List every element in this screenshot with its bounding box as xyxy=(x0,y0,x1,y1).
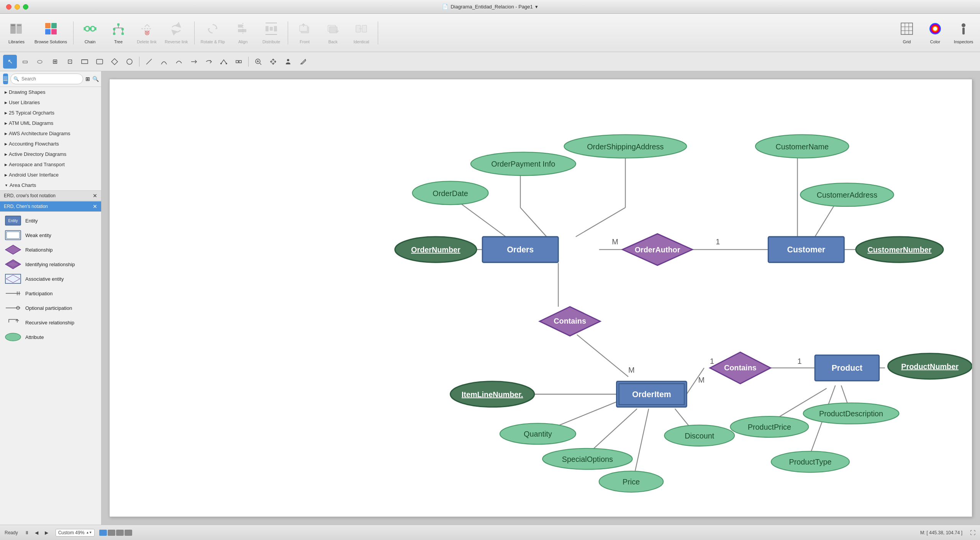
grid-button[interactable]: Grid xyxy=(893,19,920,46)
sidebar-item-25-orgcharts[interactable]: ▶ 25 Typical Orgcharts xyxy=(0,108,101,118)
search-view-button[interactable]: 🔍 xyxy=(92,74,99,84)
delete-link-button[interactable]: Delete link xyxy=(133,19,160,46)
page-btn-2[interactable] xyxy=(108,530,115,536)
ordershippingaddress-attr[interactable]: OrderShippingAddress xyxy=(564,135,687,158)
page-btn-3[interactable] xyxy=(116,530,124,536)
color-button[interactable]: Color xyxy=(922,19,949,46)
specialoptions-attr[interactable]: SpecialOptions xyxy=(542,448,632,470)
maximize-button[interactable] xyxy=(23,4,28,10)
person-tool[interactable] xyxy=(281,55,295,69)
orders-entity[interactable]: Orders xyxy=(482,237,558,262)
productnumber-attr[interactable]: ProductNumber xyxy=(888,353,972,379)
arc-tool[interactable] xyxy=(172,55,186,69)
table-tool[interactable]: ⊞ xyxy=(48,55,62,69)
customername-attr[interactable]: CustomerName xyxy=(755,135,849,158)
assoc-entity-shape-item[interactable]: Associative entity xyxy=(0,272,101,286)
sidebar-item-user-libraries[interactable]: ▶ User Libraries xyxy=(0,97,101,108)
sidebar-item-aerospace[interactable]: ▶ Aerospace and Transport xyxy=(0,159,101,170)
sidebar-item-area-charts[interactable]: ▼ Area Charts xyxy=(0,180,101,190)
rotate-flip-button[interactable]: Rotate & Flip xyxy=(198,19,228,46)
participation-shape-item[interactable]: Participation xyxy=(0,286,101,301)
orderdate-attr[interactable]: OrderDate xyxy=(413,181,488,205)
arrow-tool-1[interactable] xyxy=(187,55,201,69)
erd-chens-header[interactable]: ERD, Chen's notation ✕ xyxy=(0,201,101,212)
sidebar-item-accounting[interactable]: ▶ Accounting Flowcharts xyxy=(0,139,101,149)
front-button[interactable]: Front xyxy=(291,19,318,46)
quantity-attr[interactable]: Quantity xyxy=(500,423,576,444)
optional-part-shape-item[interactable]: Optional participation xyxy=(0,301,101,315)
sidebar-item-active-directory[interactable]: ▶ Active Directory Diagrams xyxy=(0,149,101,159)
prev-page-button[interactable]: ◀ xyxy=(33,529,41,537)
discount-attr[interactable]: Discount xyxy=(664,425,734,446)
orderpaymentinfo-attr[interactable]: OrderPayment Info xyxy=(471,152,576,175)
sidebar-item-aws-arch[interactable]: ▶ AWS Architecture Diagrams xyxy=(0,128,101,139)
identifying-rel-shape-item[interactable]: Identifying relationship xyxy=(0,257,101,272)
pan-tool[interactable] xyxy=(266,55,280,69)
distribute-button[interactable]: Distribute xyxy=(258,19,285,46)
fullscreen-button[interactable]: ⛶ xyxy=(970,530,975,536)
erd-crows-foot-header[interactable]: ERD, crow's foot notation ✕ xyxy=(0,190,101,201)
ordernumber-attr[interactable]: OrderNumber xyxy=(395,237,477,262)
inspectors-button[interactable]: Inspectors xyxy=(950,19,977,46)
sidebar-item-android-ui[interactable]: ▶ Android User Interface xyxy=(0,170,101,180)
reverse-link-button[interactable]: Reverse link xyxy=(162,19,191,46)
producttype-attr[interactable]: ProductType xyxy=(771,451,849,472)
shape-tool-2[interactable] xyxy=(78,55,92,69)
contains2-relationship[interactable]: Contains xyxy=(710,352,770,384)
pause-button[interactable]: ⏸ xyxy=(23,529,31,537)
canvas-area[interactable]: M 1 1 M M xyxy=(102,71,980,525)
tree-button[interactable]: Tree xyxy=(105,19,132,46)
select-tool[interactable]: ↖ xyxy=(3,55,17,69)
search-input[interactable] xyxy=(10,74,83,84)
shape-tool-4[interactable] xyxy=(108,55,121,69)
recursive-rel-shape-item[interactable]: Recursive relationship xyxy=(0,315,101,330)
orderauthor-relationship[interactable]: OrderAuthor xyxy=(623,234,693,265)
grid-view-button[interactable]: ⊞ xyxy=(85,74,90,84)
arrow-tool-2[interactable] xyxy=(202,55,216,69)
zoom-selector[interactable]: Custom 49% ▲▼ xyxy=(56,529,95,537)
productdescription-attr[interactable]: ProductDescription xyxy=(803,403,899,424)
line-tool[interactable] xyxy=(142,55,156,69)
attribute-shape-item[interactable]: Attribute xyxy=(0,330,101,344)
canvas[interactable]: M 1 1 M M xyxy=(109,79,972,517)
customernumber-attr[interactable]: CustomerNumber xyxy=(856,237,943,262)
zoom-in-tool[interactable] xyxy=(251,55,265,69)
curve-tool[interactable] xyxy=(157,55,171,69)
window-controls[interactable] xyxy=(6,4,28,10)
chain-button[interactable]: Chain xyxy=(77,19,103,46)
align-button[interactable]: Align xyxy=(229,19,256,46)
productprice-attr[interactable]: ProductPrice xyxy=(730,416,808,437)
customer-entity[interactable]: Customer xyxy=(768,237,844,262)
page-btn-4[interactable] xyxy=(125,530,132,536)
relationship-shape-item[interactable]: Relationship xyxy=(0,242,101,257)
product-entity[interactable]: Product xyxy=(815,355,879,381)
itemlinenumber-attr[interactable]: ItemLineNumber. xyxy=(450,381,534,407)
connector-tool-1[interactable] xyxy=(217,55,231,69)
page-btn-1[interactable] xyxy=(99,530,107,536)
sidebar-item-atm-uml[interactable]: ▶ ATM UML Diagrams xyxy=(0,118,101,128)
identical-button[interactable]: Identical xyxy=(348,19,375,46)
price-attr[interactable]: Price xyxy=(599,471,663,492)
close-button[interactable] xyxy=(6,4,11,10)
customeraddress-attr[interactable]: CustomerAddress xyxy=(800,183,894,206)
entity-shape-item[interactable]: Entity Entity xyxy=(0,213,101,228)
sidebar-item-drawing-shapes[interactable]: ▶ Drawing Shapes xyxy=(0,87,101,97)
ellipse-tool[interactable]: ⬭ xyxy=(33,55,47,69)
libraries-button[interactable]: Libraries xyxy=(3,19,30,46)
list-view-button[interactable]: ☰ xyxy=(3,74,8,84)
connector-tool-2[interactable] xyxy=(232,55,246,69)
shape-tool-3[interactable] xyxy=(93,55,107,69)
diagram-svg[interactable]: M 1 1 M M xyxy=(110,79,972,517)
next-page-button[interactable]: ▶ xyxy=(43,529,51,537)
pen-tool[interactable] xyxy=(296,55,310,69)
back-button[interactable]: Back xyxy=(320,19,346,46)
contains1-relationship[interactable]: Contains xyxy=(539,307,600,336)
minimize-button[interactable] xyxy=(15,4,20,10)
rect-tool[interactable]: ▭ xyxy=(18,55,32,69)
browse-solutions-button[interactable]: Browse Solutions xyxy=(31,19,70,46)
shape-tool-5[interactable] xyxy=(123,55,136,69)
close-crows-foot-button[interactable]: ✕ xyxy=(93,193,97,199)
weak-entity-shape-item[interactable]: Weak entity xyxy=(0,228,101,242)
shape-tool-1[interactable]: ⊡ xyxy=(63,55,77,69)
close-chens-button[interactable]: ✕ xyxy=(93,203,97,209)
